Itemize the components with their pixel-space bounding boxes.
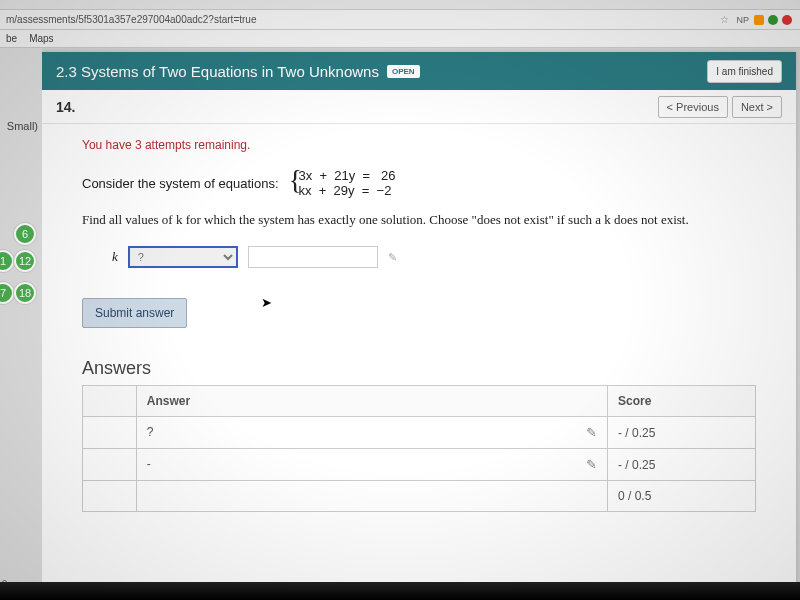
bubble-12[interactable]: 12	[14, 250, 36, 272]
browser-tabstrip	[0, 0, 800, 10]
value-input[interactable]	[248, 246, 378, 268]
laptop-edge	[0, 582, 800, 600]
chat-icon[interactable]: ✎	[586, 457, 597, 472]
bookmark-item[interactable]: be	[6, 33, 17, 44]
col-score: Score	[607, 386, 755, 417]
star-icon[interactable]: ☆	[720, 14, 729, 25]
bubble-7[interactable]: 7	[0, 282, 14, 304]
section-header: 2.3 Systems of Two Equations in Two Unkn…	[42, 52, 796, 90]
equation-1: 3x + 21y = 26	[299, 168, 396, 183]
prompt-row: Consider the system of equations: 3x + 2…	[82, 168, 756, 198]
bookmark-item[interactable]: Maps	[29, 33, 53, 44]
equation-system: 3x + 21y = 26 kx + 29y = −2	[289, 168, 396, 198]
score-cell: - / 0.25	[607, 417, 755, 449]
question-bubbles: 6 1 12 7 18	[2, 223, 36, 314]
answers-table: Answer Score ?✎ - / 0.25 -✎ - / 0.25 0 /…	[82, 385, 756, 512]
table-row: -✎ - / 0.25	[83, 449, 756, 481]
main-panel: 2.3 Systems of Two Equations in Two Unkn…	[42, 52, 796, 596]
answer-cell: -	[147, 457, 151, 471]
answer-cell: ?	[147, 425, 154, 439]
bookmarks-bar: be Maps	[0, 30, 800, 48]
ext-icon	[782, 15, 792, 25]
question-body: You have 3 attempts remaining. Consider …	[42, 124, 796, 596]
score-cell: - / 0.25	[607, 449, 755, 481]
section-title: 2.3 Systems of Two Equations in Two Unkn…	[56, 63, 379, 80]
consider-text: Consider the system of equations:	[82, 176, 279, 191]
ext-label: NP	[736, 15, 749, 25]
question-bar: 14. < Previous Next >	[42, 90, 796, 124]
equation-2: kx + 29y = −2	[299, 183, 396, 198]
col-answer: Answer	[136, 386, 607, 417]
bubble-1[interactable]: 1	[0, 250, 14, 272]
bubble-18[interactable]: 18	[14, 282, 36, 304]
previous-button[interactable]: < Previous	[658, 96, 728, 118]
finish-button[interactable]: I am finished	[707, 60, 782, 83]
sidebar-label: Small)	[7, 120, 38, 132]
next-button[interactable]: Next >	[732, 96, 782, 118]
answer-cell	[136, 481, 607, 512]
cursor-icon: ➤	[261, 295, 272, 310]
open-badge: OPEN	[387, 65, 420, 78]
find-instruction: Find all values of k for which the syste…	[82, 212, 756, 228]
left-sidebar: Small) 6 1 12 7 18	[0, 48, 42, 600]
table-row: 0 / 0.5	[83, 481, 756, 512]
question-number: 14.	[56, 99, 75, 115]
chat-icon[interactable]: ✎	[586, 425, 597, 440]
bubble-6[interactable]: 6	[14, 223, 36, 245]
answers-heading: Answers	[82, 358, 756, 379]
address-bar[interactable]: m/assessments/5f5301a357e297004a00adc2?s…	[0, 10, 800, 30]
attempts-remaining: You have 3 attempts remaining.	[82, 138, 756, 152]
ext-icon	[754, 15, 764, 25]
answer-input-row: k ? ✎	[112, 246, 756, 268]
score-cell: 0 / 0.5	[607, 481, 755, 512]
submit-answer-button[interactable]: Submit answer	[82, 298, 187, 328]
condition-select[interactable]: ?	[128, 246, 238, 268]
pencil-icon[interactable]: ✎	[388, 251, 397, 264]
table-row: ?✎ - / 0.25	[83, 417, 756, 449]
url-text: m/assessments/5f5301a357e297004a00adc2?s…	[6, 14, 716, 25]
variable-k: k	[112, 249, 118, 265]
ext-icon	[768, 15, 778, 25]
